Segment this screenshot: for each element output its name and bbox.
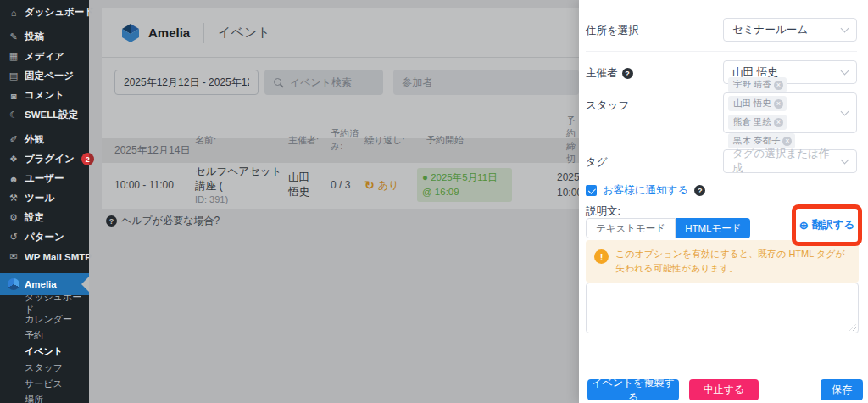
sidebar-item-patterns[interactable]: ↺ パターン xyxy=(0,227,89,247)
sidebar-item-label: 外観 xyxy=(25,133,44,146)
staff-tag-label: 黒木 奈都子 xyxy=(733,135,780,147)
sidebar-item-label: コメント xyxy=(25,89,64,102)
sidebar-item-swell[interactable]: ☾ SWELL設定 xyxy=(0,105,89,125)
plugins-icon: ❖ xyxy=(8,154,19,165)
sidebar-item-pages[interactable]: ▤ 固定ページ xyxy=(0,66,89,86)
sidebar-subitem-events[interactable]: イベント xyxy=(0,344,89,360)
chevron-down-icon xyxy=(841,25,849,33)
staff-tag-label: 宇野 晴香 xyxy=(733,79,771,91)
address-select[interactable]: セミナールーム xyxy=(723,18,857,42)
warning-icon: ! xyxy=(594,249,609,264)
organizer-label: 主催者 ? xyxy=(586,66,633,81)
sidebar-item-plugins[interactable]: ❖ プラグイン 2 xyxy=(0,149,89,169)
posts-icon: ✎ xyxy=(8,31,19,42)
staff-tag: 熊倉 里絵 × xyxy=(728,115,787,130)
staff-tag: 宇野 晴香 × xyxy=(728,77,787,92)
sidebar-item-label: ツール xyxy=(25,192,54,204)
red-highlight-annotation: ⊕ 翻訳する xyxy=(792,204,862,246)
sidebar-item-tools[interactable]: ⚒ ツール xyxy=(0,188,89,208)
comments-icon: ◙ xyxy=(8,91,19,101)
patterns-icon: ↺ xyxy=(8,232,19,243)
sidebar-subitem-appointments[interactable]: 予約 xyxy=(0,327,89,344)
event-edit-panel: 住所を選択 セミナールーム 主催者 ? 山田 悟史 スタッフ 宇野 晴香 × 山… xyxy=(579,0,868,403)
duplicate-event-button[interactable]: イベントを複製する xyxy=(587,379,679,400)
description-mode-toggle: テキストモード HTMLモード xyxy=(586,218,750,238)
sidebar-item-dashboard[interactable]: ⌂ ダッシュボード xyxy=(0,3,89,22)
organizer-help-icon[interactable]: ? xyxy=(622,68,633,79)
description-textarea[interactable] xyxy=(586,283,859,333)
html-mode-warning: ! このオプションを有効にすると、既存の HTML タグが失われる可能性がありま… xyxy=(586,240,859,283)
chevron-down-icon xyxy=(841,108,849,116)
settings-icon: ⚙ xyxy=(8,212,19,223)
warning-text: このオプションを有効にすると、既存の HTML タグが失われる可能性があります。 xyxy=(615,247,852,276)
users-icon: ☻ xyxy=(8,174,19,184)
organizer-label-text: 主催者 xyxy=(586,66,618,81)
pages-icon: ▤ xyxy=(8,70,19,81)
staff-multiselect[interactable]: 宇野 晴香 × 山田 悟史 × 熊倉 里絵 × 黒木 奈都子 × xyxy=(723,92,857,133)
sidebar-item-comments[interactable]: ◙ コメント xyxy=(0,86,89,105)
sidebar-item-amelia[interactable]: Amelia xyxy=(0,273,89,295)
resize-handle-icon[interactable] xyxy=(849,324,856,331)
sidebar-item-label: 固定ページ xyxy=(25,70,74,82)
sidebar-item-label: ダッシュボード xyxy=(25,6,94,19)
sidebar-item-label: 投稿 xyxy=(25,31,44,43)
address-value: セミナールーム xyxy=(732,23,808,37)
translate-label: 翻訳する xyxy=(812,218,855,232)
text-mode-button[interactable]: テキストモード xyxy=(586,218,676,238)
tags-select[interactable]: タグの選択または作成 xyxy=(723,149,857,173)
sidebar-item-label: メディア xyxy=(25,50,64,63)
sidebar-subitem-services[interactable]: サービス xyxy=(0,376,89,392)
sidebar-item-settings[interactable]: ⚙ 設定 xyxy=(0,208,89,227)
sidebar-item-appearance[interactable]: ✐ 外観 xyxy=(0,130,89,149)
chevron-down-icon xyxy=(841,156,849,165)
sidebar-item-label: Amelia xyxy=(25,279,57,289)
tags-placeholder: タグの選択または作成 xyxy=(732,147,837,176)
sidebar-item-label: SWELL設定 xyxy=(25,109,78,121)
sidebar-item-label: WP Mail SMTP xyxy=(25,252,92,262)
amelia-logo-icon xyxy=(8,278,19,290)
staff-tag-label: 熊倉 里絵 xyxy=(733,116,771,128)
sidebar-subitem-locations[interactable]: 場所 xyxy=(0,392,89,403)
appearance-icon: ✐ xyxy=(8,134,19,145)
sidebar-item-label: プラグイン xyxy=(25,153,75,165)
address-label: 住所を選択 xyxy=(586,24,639,38)
panel-top-divider xyxy=(587,3,868,3)
sidebar-subitem-amelia-dashboard[interactable]: ダッシュボード xyxy=(0,295,89,311)
field-divider xyxy=(586,51,857,52)
staff-tag: 山田 悟史 × xyxy=(728,96,787,111)
staff-tag-label: 山田 悟史 xyxy=(733,98,771,109)
sidebar-item-label: ユーザー xyxy=(25,172,64,185)
chevron-down-icon xyxy=(841,67,849,76)
tags-label: タグ xyxy=(586,155,608,170)
sidebar-item-media[interactable]: ▦ メディア xyxy=(0,47,89,66)
wp-admin-sidebar: ⌂ ダッシュボード ✎ 投稿 ▦ メディア ▤ 固定ページ ◙ コメント ☾ S… xyxy=(0,0,89,403)
remove-tag-icon[interactable]: × xyxy=(774,99,783,109)
swell-icon: ☾ xyxy=(8,109,19,120)
notify-customer-label: お客様に通知する xyxy=(603,183,688,198)
sidebar-item-posts[interactable]: ✎ 投稿 xyxy=(0,27,89,47)
sidebar-subitem-staff[interactable]: スタッフ xyxy=(0,360,89,376)
notify-help-icon[interactable]: ? xyxy=(694,185,705,196)
footer-divider xyxy=(579,372,868,372)
sidebar-item-label: 設定 xyxy=(25,211,44,224)
mail-icon: ✉ xyxy=(8,251,19,262)
html-mode-button[interactable]: HTMLモード xyxy=(676,218,750,238)
dashboard-icon: ⌂ xyxy=(8,8,19,18)
notify-customer-checkbox-row[interactable]: お客様に通知する ? xyxy=(586,183,705,198)
modal-dim-overlay xyxy=(89,0,579,403)
translate-button[interactable]: ⊕ 翻訳する xyxy=(799,218,855,232)
cancel-event-button[interactable]: 中止する xyxy=(689,379,759,400)
field-divider xyxy=(586,176,857,176)
sidebar-item-wp-mail-smtp[interactable]: ✉ WP Mail SMTP xyxy=(0,247,89,266)
globe-icon: ⊕ xyxy=(799,219,809,232)
remove-tag-icon[interactable]: × xyxy=(774,81,783,90)
description-label: 説明文: xyxy=(586,204,620,219)
tools-icon: ⚒ xyxy=(8,193,19,204)
checkbox-checked-icon[interactable] xyxy=(586,185,597,196)
sidebar-item-users[interactable]: ☻ ユーザー xyxy=(0,169,89,188)
remove-tag-icon[interactable]: × xyxy=(782,137,792,146)
remove-tag-icon[interactable]: × xyxy=(774,118,783,127)
save-button[interactable]: 保存 xyxy=(821,379,863,400)
sidebar-item-label: パターン xyxy=(25,231,64,243)
staff-label: スタッフ xyxy=(586,98,629,113)
